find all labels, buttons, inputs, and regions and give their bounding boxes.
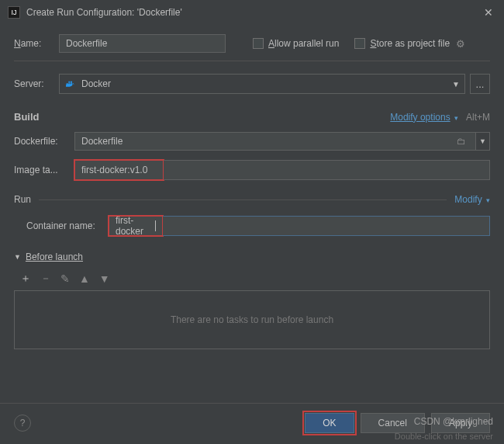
watermark: CSDN @kærlighed [414, 416, 493, 427]
store-project-label: Store as project file [370, 38, 450, 49]
store-project-checkbox[interactable]: Store as project file [354, 38, 450, 49]
image-tag-input[interactable] [74, 160, 164, 180]
chevron-down-icon: ▼ [14, 253, 21, 261]
shortcut-label: Alt+M [466, 112, 490, 123]
image-tag-input-ext[interactable] [164, 160, 490, 180]
before-launch-label: Before launch [26, 251, 83, 262]
help-button[interactable]: ? [14, 415, 31, 432]
chevron-down-icon: ▼ [452, 80, 460, 88]
chevron-down-icon: ▾ [454, 114, 458, 122]
down-icon[interactable]: ▼ [99, 272, 110, 285]
gear-icon[interactable]: ⚙ [456, 38, 465, 50]
docker-icon [64, 79, 77, 88]
allow-parallel-checkbox[interactable]: Allow parallel run [253, 38, 339, 49]
chevron-down-icon: ▾ [486, 196, 490, 204]
dockerfile-row: Dockerfile: Dockerfile 🗀 ▼ [14, 132, 490, 151]
run-title: Run [14, 194, 31, 205]
container-name-row: Container name: first-docker [14, 216, 490, 236]
image-tag-row: Image ta... [14, 160, 490, 180]
modify-options-link[interactable]: Modify options ▾ [390, 112, 458, 123]
divider [14, 61, 490, 61]
folder-icon[interactable]: 🗀 [457, 136, 466, 147]
server-browse-button[interactable]: ... [470, 74, 490, 94]
container-name-value: first-docker [116, 215, 154, 237]
server-label: Server: [14, 78, 59, 89]
name-label: Name: [14, 38, 59, 49]
content: Name: Allow parallel run Store as projec… [0, 25, 504, 349]
add-icon[interactable]: ＋ [20, 272, 31, 286]
before-launch-toggle[interactable]: ▼ Before launch [14, 251, 490, 262]
container-name-input-highlight[interactable]: first-docker [109, 216, 163, 236]
app-icon: IJ [8, 6, 20, 19]
modify-link[interactable]: Modify ▾ [454, 194, 490, 205]
dockerfile-label: Dockerfile: [14, 136, 74, 147]
dialog: IJ Create Run Configuration: 'Dockerfile… [0, 0, 504, 444]
allow-parallel-label: Allow parallel run [268, 38, 339, 49]
container-name-input-ext[interactable] [163, 216, 490, 236]
dockerfile-select[interactable]: Dockerfile 🗀 [74, 132, 476, 151]
before-launch-toolbar: ＋ － ✎ ▲ ▼ [14, 269, 490, 289]
server-row: Server: Docker ▼ ... [14, 74, 490, 94]
image-tag-label: Image ta... [14, 165, 74, 175]
ok-button[interactable]: OK [305, 413, 354, 433]
name-input[interactable] [59, 34, 226, 53]
name-row: Name: Allow parallel run Store as projec… [14, 34, 490, 53]
before-launch-tasks: There are no tasks to run before launch [14, 290, 490, 349]
empty-tasks-label: There are no tasks to run before launch [171, 314, 333, 325]
run-section-header: Run Modify ▾ [14, 194, 490, 205]
checkbox-icon [253, 38, 264, 49]
watermark-hint: Double-click on the server [395, 432, 493, 441]
server-select[interactable]: Docker ▼ [59, 74, 465, 94]
container-name-label: Container name: [26, 220, 109, 231]
build-section-header: Build Modify options ▾ Alt+M [14, 111, 490, 123]
dockerfile-dropdown-button[interactable]: ▼ [476, 132, 490, 151]
server-value: Docker [81, 78, 452, 89]
dialog-title: Create Run Configuration: 'Dockerfile' [26, 7, 481, 18]
close-icon[interactable]: ✕ [481, 6, 496, 19]
titlebar: IJ Create Run Configuration: 'Dockerfile… [0, 0, 504, 25]
dockerfile-value: Dockerfile [81, 136, 457, 147]
edit-icon[interactable]: ✎ [60, 272, 70, 285]
checkbox-icon [354, 38, 365, 49]
up-icon[interactable]: ▲ [79, 272, 90, 285]
build-title: Build [14, 111, 40, 123]
remove-icon[interactable]: － [40, 272, 51, 286]
